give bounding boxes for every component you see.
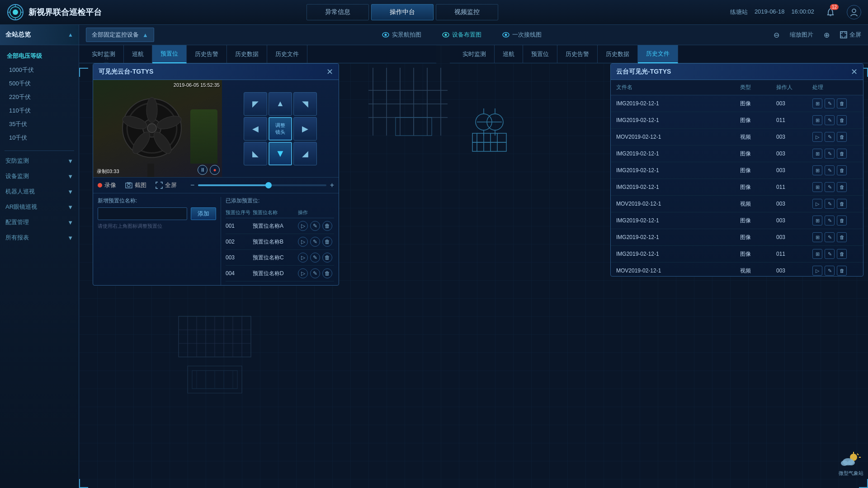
right-tab-history-file[interactable]: 历史文件: [638, 45, 678, 63]
preset-edit-1[interactable]: ✎: [310, 221, 320, 231]
left-tab-patrol[interactable]: 巡航: [124, 45, 152, 63]
preset-edit-3[interactable]: ✎: [310, 253, 320, 263]
right-tab-alert[interactable]: 历史告警: [557, 45, 598, 63]
preset-play-4[interactable]: ▷: [298, 268, 308, 278]
file-view-5[interactable]: ⊞: [812, 182, 822, 192]
view-tab-aerial[interactable]: 实景航拍图: [378, 29, 425, 41]
ptz-center[interactable]: 调整镜头: [269, 117, 292, 141]
file-delete-9[interactable]: 🗑: [837, 249, 847, 259]
file-edit-8[interactable]: ✎: [825, 232, 835, 242]
file-edit-7[interactable]: ✎: [825, 216, 835, 225]
ptz-right[interactable]: ▶: [293, 117, 317, 141]
file-edit-6[interactable]: ✎: [825, 199, 835, 209]
voltage-220[interactable]: 220千伏: [0, 90, 79, 104]
file-delete-3[interactable]: 🗑: [837, 149, 847, 159]
file-delete-4[interactable]: 🗑: [837, 165, 847, 175]
file-view-7[interactable]: ⊞: [812, 216, 822, 225]
pause-button[interactable]: ⏸: [198, 165, 208, 175]
file-play-2[interactable]: ▷: [812, 132, 822, 142]
left-tab-history-data[interactable]: 历史数据: [227, 45, 267, 63]
zoom-plus-btn[interactable]: +: [330, 181, 334, 189]
ptz-br[interactable]: ◢: [293, 142, 317, 165]
file-delete-7[interactable]: 🗑: [837, 216, 847, 225]
nav-video[interactable]: 视频监控: [436, 4, 498, 20]
right-tab-history-data[interactable]: 历史数据: [598, 45, 638, 63]
file-delete-1[interactable]: 🗑: [837, 115, 847, 125]
file-play-10[interactable]: ▷: [812, 266, 822, 276]
sidebar-config[interactable]: 配置管理 ▼: [0, 215, 79, 230]
camera-modal-close[interactable]: ✕: [326, 68, 333, 76]
zoom-minus-btn[interactable]: −: [190, 181, 194, 189]
preset-delete-2[interactable]: 🗑: [322, 237, 332, 247]
preset-play-2[interactable]: ▷: [298, 237, 308, 247]
left-tab-realtime[interactable]: 实时监测: [84, 45, 124, 63]
file-edit-2[interactable]: ✎: [825, 132, 835, 142]
right-tab-realtime[interactable]: 实时监测: [454, 45, 495, 63]
sidebar-robot[interactable]: 机器人巡视 ▼: [0, 184, 79, 199]
file-view-4[interactable]: ⊞: [812, 165, 822, 175]
preset-edit-4[interactable]: ✎: [310, 268, 320, 278]
sidebar-ar[interactable]: AR眼镜巡视 ▼: [0, 199, 79, 215]
file-delete-0[interactable]: 🗑: [837, 99, 847, 108]
file-delete-5[interactable]: 🗑: [837, 182, 847, 192]
right-tab-patrol[interactable]: 巡航: [495, 45, 523, 63]
file-edit-3[interactable]: ✎: [825, 149, 835, 159]
file-view-9[interactable]: ⊞: [812, 249, 822, 259]
nav-operations[interactable]: 操作中台: [371, 4, 434, 20]
zoom-in-button[interactable]: ⊕: [820, 29, 833, 41]
zoom-slider[interactable]: [198, 184, 326, 186]
preset-delete-3[interactable]: 🗑: [322, 253, 332, 263]
preset-delete-4[interactable]: 🗑: [322, 268, 332, 278]
ptz-tl[interactable]: ◤: [244, 92, 267, 116]
file-edit-1[interactable]: ✎: [825, 115, 835, 125]
fullscreen-button[interactable]: 全屏: [840, 31, 861, 39]
preset-delete-1[interactable]: 🗑: [322, 221, 332, 231]
zoom-slider-thumb[interactable]: [265, 182, 272, 188]
file-view-3[interactable]: ⊞: [812, 149, 822, 159]
voltage-10[interactable]: 10千伏: [0, 131, 79, 145]
voltage-35[interactable]: 35千伏: [0, 117, 79, 131]
left-tab-preset[interactable]: 预置位: [152, 45, 187, 63]
preset-play-1[interactable]: ▷: [298, 221, 308, 231]
ptz-bl[interactable]: ◣: [244, 142, 267, 165]
screenshot-button[interactable]: 截图: [125, 181, 146, 189]
ptz-left[interactable]: ◀: [244, 117, 267, 141]
stop-button[interactable]: ●: [210, 165, 220, 175]
preset-play-3[interactable]: ▷: [298, 253, 308, 263]
file-delete-10[interactable]: 🗑: [837, 266, 847, 276]
file-view-1[interactable]: ⊞: [812, 115, 822, 125]
ptz-up[interactable]: ▲: [269, 92, 292, 116]
zoom-out-button[interactable]: ⊖: [770, 29, 783, 41]
device-selector[interactable]: 全部固定监控设备 ▲: [86, 28, 154, 42]
file-delete-2[interactable]: 🗑: [837, 132, 847, 142]
file-edit-9[interactable]: ✎: [825, 249, 835, 259]
sidebar-collapse-icon[interactable]: ▲: [68, 32, 73, 38]
view-tab-layout[interactable]: 设备布置图: [439, 29, 485, 41]
file-view-0[interactable]: ⊞: [812, 99, 822, 108]
voltage-500[interactable]: 500千伏: [0, 77, 79, 90]
sidebar-reports[interactable]: 所有报表 ▼: [0, 230, 79, 245]
ptz-tr[interactable]: ◥: [293, 92, 317, 116]
record-button[interactable]: 录像: [98, 181, 116, 189]
file-edit-4[interactable]: ✎: [825, 165, 835, 175]
notification-bell[interactable]: 12: [823, 5, 838, 19]
file-edit-0[interactable]: ✎: [825, 99, 835, 108]
fullscreen-cam-button[interactable]: 全屏: [156, 181, 177, 189]
voltage-1000[interactable]: 1000千伏: [0, 63, 79, 77]
nav-anomaly[interactable]: 异常信息: [307, 4, 369, 20]
sidebar-security[interactable]: 安防监测 ▼: [0, 153, 79, 169]
file-play-6[interactable]: ▷: [812, 199, 822, 209]
preset-add-button[interactable]: 添加: [191, 207, 216, 220]
file-edit-10[interactable]: ✎: [825, 266, 835, 276]
file-edit-5[interactable]: ✎: [825, 182, 835, 192]
file-view-8[interactable]: ⊞: [812, 232, 822, 242]
sidebar-equipment[interactable]: 设备监测 ▼: [0, 169, 79, 184]
left-tab-alert[interactable]: 历史告警: [187, 45, 227, 63]
preset-edit-2[interactable]: ✎: [310, 237, 320, 247]
preset-name-input[interactable]: [98, 207, 187, 220]
ptz-down[interactable]: ▼: [269, 142, 292, 165]
view-tab-wiring[interactable]: 一次接线图: [499, 29, 545, 41]
user-avatar[interactable]: [847, 5, 861, 19]
voltage-110[interactable]: 110千伏: [0, 104, 79, 117]
file-delete-6[interactable]: 🗑: [837, 199, 847, 209]
